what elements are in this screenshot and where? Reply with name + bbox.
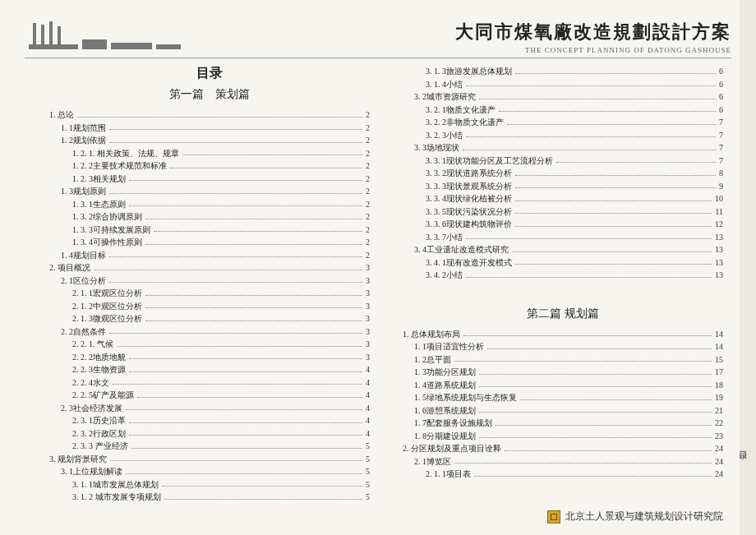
toc-page: 2 <box>366 108 370 122</box>
toc-dots <box>466 238 712 239</box>
toc-row: 2. 分区规划及重点项目诠释24 <box>403 442 723 455</box>
footer: 北京土人景观与建筑规划设计研究院 <box>547 510 723 523</box>
toc-page: 7 <box>719 116 723 129</box>
toc-label: 2. 1. 2中观区位分析 <box>72 300 142 313</box>
toc-dots <box>145 307 362 308</box>
toc-label: 1. 2. 1. 相关政策、法规、规章 <box>72 147 179 160</box>
toc-row: 3. 4. 1现有改造开发模式13 <box>403 256 723 270</box>
toc-page: 6 <box>719 78 723 91</box>
toc-label: 1. 1规划范围 <box>61 122 106 135</box>
toc-dots <box>77 116 362 118</box>
toc-row: 1. 2. 1. 相关政策、法规、规章2 <box>49 147 370 160</box>
toc-row: 1. 总体规划布局14 <box>403 328 723 341</box>
toc-page: 21 <box>715 404 723 417</box>
toc-dots <box>466 136 716 137</box>
toc-row: 3. 3场地现状7 <box>403 141 723 155</box>
toc-label: 1. 6游憩系统规划 <box>414 404 476 417</box>
toc-page: 6 <box>719 104 723 117</box>
toc-label: 3. 4工业遗址改造模式研究 <box>414 243 509 256</box>
toc-dots <box>512 251 712 252</box>
toc-page: 9 <box>719 180 723 193</box>
toc-page: 12 <box>715 218 723 231</box>
toc-dots <box>129 422 362 423</box>
toc-dots <box>182 154 362 155</box>
toc-row: 3. 3. 5现状污染状况分析11 <box>403 205 723 219</box>
toc-dots <box>515 212 712 214</box>
toc-dots <box>126 408 362 410</box>
toc-dots <box>454 462 712 464</box>
toc-row: 3. 2城市资源研究6 <box>403 90 723 104</box>
toc-label: 3. 4. 2小结 <box>426 269 463 282</box>
toc-label: 2. 2. 4水文 <box>72 376 109 390</box>
toc-dots <box>499 110 716 112</box>
toc-row: 2. 2. 2地质地貌3 <box>49 351 370 364</box>
toc-page: 4 <box>366 427 370 440</box>
toc-dots <box>466 276 712 278</box>
toc-dots <box>479 436 712 438</box>
toc-page: 17 <box>715 366 723 379</box>
toc-row: 2. 2. 4水文4 <box>49 376 370 390</box>
toc-label: 3. 3. 3现状景观系统分析 <box>426 180 512 193</box>
toc-dots <box>454 360 712 362</box>
svg-rect-7 <box>156 44 181 49</box>
sidebar-stripe <box>740 0 756 535</box>
toc-label: 1. 8分期建设规划 <box>414 430 476 443</box>
toc-page: 2 <box>366 198 370 211</box>
toc-row: 2. 3. 2行政区划4 <box>49 427 370 440</box>
toc-dots <box>126 473 362 474</box>
toc-row: 1. 3. 4可操作性原则2 <box>49 236 370 249</box>
toc-dots <box>109 192 362 194</box>
toc-row: 2. 2自然条件3 <box>49 325 370 339</box>
toc-row: 3. 3. 2现状道路系统分析8 <box>403 167 723 180</box>
footer-logo-icon <box>547 510 560 523</box>
toc-page: 4 <box>366 402 370 415</box>
toc-dots <box>515 174 716 176</box>
toc-dots <box>154 230 362 232</box>
toc-dots <box>94 269 362 270</box>
toc-label: 2. 1. 1项目表 <box>426 468 471 481</box>
toc-row: 1. 3规划原则2 <box>49 185 370 198</box>
toc-page: 2 <box>366 173 370 186</box>
toc-row: 2. 1博览区24 <box>403 455 723 468</box>
page-header: 大同市煤氧廠改造規劃設計方案 THE CONCEPT PLANNING OF D… <box>25 0 731 58</box>
toc-dots <box>109 281 362 283</box>
toc-label: 3. 2. 1物质文化遗产 <box>426 104 496 117</box>
toc-page: 8 <box>719 167 723 180</box>
toc-row: 1. 8分期建设规划23 <box>403 430 723 443</box>
toc-dots <box>117 345 362 347</box>
toc-label: 1. 4规划目标 <box>61 249 106 262</box>
toc-dots <box>137 396 362 398</box>
toc-label: 1. 总体规划布局 <box>403 328 460 341</box>
toc-column-left: 目录 第一篇 策划篇 1. 总论21. 1规划范围21. 2规划依据21. 2.… <box>49 65 370 504</box>
toc-page: 18 <box>715 379 723 392</box>
toc-label: 1. 4道路系统规划 <box>414 379 476 392</box>
toc-label: 2. 1. 3微观区位分析 <box>72 312 142 325</box>
toc-page: 3 <box>366 325 370 339</box>
toc-dots <box>496 424 712 426</box>
toc-page: 7 <box>719 141 723 155</box>
toc-page: 24 <box>715 468 723 481</box>
toc-row: 3. 1. 2 城市发展专项规划5 <box>49 491 370 504</box>
toc-label: 1. 2. 3相关规划 <box>72 173 126 186</box>
toc-page: 2 <box>366 249 370 262</box>
toc-row: 2. 3. 1历史沿革4 <box>49 414 370 427</box>
toc-label: 2. 2自然条件 <box>61 325 106 339</box>
toc-label: 1. 3功能分区规划 <box>414 366 476 379</box>
toc-label: 3. 3. 4现状绿化植被分析 <box>426 192 512 205</box>
toc-row: 1. 2. 2主要技术规范和标准2 <box>49 159 370 173</box>
toc-page: 2 <box>366 185 370 198</box>
toc-row: 2. 项目概况3 <box>49 261 370 274</box>
toc-label: 3. 3. 7小结 <box>426 231 463 244</box>
toc-dots <box>129 371 362 372</box>
toc-page: 13 <box>715 231 723 244</box>
toc-row: 3. 1上位规划解读5 <box>49 465 370 478</box>
toc-page: 23 <box>715 430 723 443</box>
toc-page: 6 <box>719 90 723 104</box>
toc-page: 11 <box>715 205 723 219</box>
toc-content: 目录 第一篇 策划篇 1. 总论21. 1规划范围21. 2规划依据21. 2.… <box>0 58 756 504</box>
toc-dots <box>109 256 362 257</box>
toc-dots <box>515 225 712 227</box>
toc-page: 4 <box>366 363 370 376</box>
toc-label: 2. 3社会经济发展 <box>61 402 122 415</box>
toc-row: 3. 2. 3小结7 <box>403 129 723 142</box>
